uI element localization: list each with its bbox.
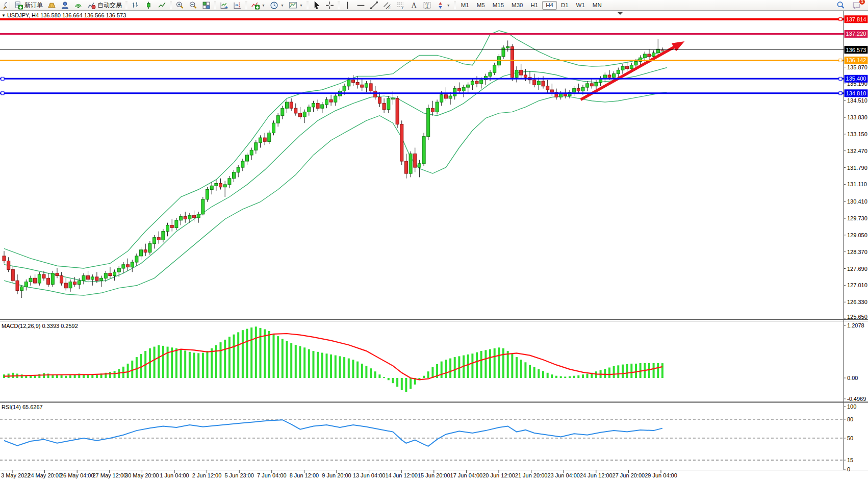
- macd-histogram-bar: [348, 359, 350, 378]
- macd-histogram-bar: [162, 346, 164, 378]
- price-badge-label: 135.400: [846, 75, 866, 82]
- new-order-button[interactable]: 新订单: [12, 1, 45, 10]
- svg-text:E: E: [388, 6, 390, 9]
- macd-histogram-bar: [330, 355, 332, 378]
- chevron-down-icon: ▼: [262, 4, 265, 7]
- candlestick-chart-button[interactable]: [142, 1, 155, 10]
- timeframe-h4-button[interactable]: H4: [542, 1, 557, 10]
- zoom-out-button[interactable]: [187, 1, 199, 10]
- candle-body: [626, 66, 629, 69]
- line-chart-button[interactable]: [156, 1, 168, 10]
- new-order-icon: [14, 1, 23, 10]
- horizontal-line-button[interactable]: [354, 1, 367, 10]
- price-tick-label: 131.790: [847, 165, 867, 171]
- price-tick-label: 133.830: [847, 114, 867, 120]
- level-line-handle[interactable]: [839, 92, 842, 95]
- price-tick-label: 130.410: [847, 198, 867, 205]
- candle-body: [233, 172, 236, 179]
- notifications-button[interactable]: 1: [850, 0, 863, 11]
- candle-body: [219, 184, 222, 187]
- fibonacci-button[interactable]: F: [394, 1, 407, 10]
- level-line-handle[interactable]: [1, 92, 4, 95]
- macd-histogram-bar: [555, 376, 557, 378]
- level-line-handle[interactable]: [839, 59, 842, 62]
- tile-windows-button[interactable]: [200, 1, 213, 10]
- macd-histogram-bar: [626, 364, 628, 378]
- vertical-line-button[interactable]: [341, 1, 354, 10]
- candle-body: [126, 265, 130, 267]
- autotrade-button[interactable]: 自动交易: [85, 1, 124, 10]
- macd-histogram-bar: [630, 364, 632, 378]
- macd-histogram-bar: [502, 348, 504, 378]
- candle-body: [577, 89, 580, 91]
- date-label: 7 Jun 04:00: [257, 472, 287, 478]
- candle-body: [3, 256, 6, 261]
- candle-body: [643, 54, 646, 58]
- signals-button[interactable]: [72, 1, 85, 10]
- zoom-in-button[interactable]: [173, 1, 186, 10]
- date-label: 2 Jun 12:00: [192, 472, 222, 478]
- candle-body: [91, 277, 94, 280]
- macd-histogram-bar: [136, 357, 138, 378]
- timeframe-m5-button[interactable]: M5: [473, 1, 489, 10]
- candle-body: [56, 273, 59, 276]
- level-line-handle[interactable]: [1, 77, 4, 80]
- candle-body: [47, 278, 50, 284]
- crosshair-button[interactable]: [323, 1, 336, 10]
- search-button[interactable]: [834, 1, 847, 10]
- timeframe-h1-button[interactable]: H1: [527, 1, 542, 10]
- candle-body: [524, 75, 527, 78]
- timeframe-mn-button[interactable]: MN: [589, 1, 605, 10]
- price-tick-label: 133.150: [847, 131, 867, 137]
- trendline-button[interactable]: [368, 1, 380, 10]
- candle-body: [374, 91, 377, 97]
- macd-histogram-bar: [335, 356, 337, 378]
- label-icon: T: [423, 1, 431, 10]
- trendline-icon: [370, 1, 378, 10]
- price-tick-label: 131.110: [847, 181, 867, 187]
- bar-chart-button[interactable]: [129, 1, 142, 10]
- chart-shift-button[interactable]: [231, 1, 244, 10]
- candle-body: [391, 98, 394, 99]
- timeframe-w1-button[interactable]: W1: [573, 1, 589, 10]
- candle-body: [308, 107, 311, 112]
- macd-histogram-bar: [154, 347, 156, 378]
- level-line-handle[interactable]: [839, 18, 842, 21]
- candle-body: [117, 268, 120, 272]
- macd-histogram-bar: [378, 374, 380, 378]
- macd-histogram-bar: [242, 330, 244, 378]
- date-label: 14 Jun 12:00: [385, 472, 418, 478]
- periods-button[interactable]: ▼: [268, 1, 286, 10]
- timeframe-m30-button[interactable]: M30: [508, 1, 526, 10]
- templates-button[interactable]: ▼: [287, 1, 305, 10]
- timeframe-m15-button[interactable]: M15: [489, 1, 507, 10]
- community-button[interactable]: [59, 1, 71, 10]
- macd-histogram-bar: [441, 362, 443, 378]
- macd-histogram-bar: [431, 367, 433, 378]
- timeframe-d1-button[interactable]: D1: [557, 1, 572, 10]
- toolbar-grip: [338, 2, 340, 9]
- market-button[interactable]: [45, 1, 58, 10]
- timeframe-m1-button[interactable]: M1: [457, 1, 473, 10]
- candle-body: [630, 65, 633, 69]
- macd-histogram-bar: [454, 357, 456, 378]
- macd-histogram-bar: [595, 371, 597, 378]
- clipped-edge-button[interactable]: [1, 0, 8, 11]
- ohlc-bars-icon: [131, 1, 140, 10]
- text-label-button[interactable]: T: [421, 1, 433, 10]
- cursor-button[interactable]: [310, 1, 323, 10]
- level-line-handle[interactable]: [839, 77, 842, 80]
- auto-scroll-button[interactable]: [218, 1, 231, 10]
- macd-histogram-bar: [653, 363, 655, 378]
- macd-histogram-bar: [282, 339, 284, 378]
- search-icon: [836, 1, 845, 10]
- macd-histogram-bar: [356, 362, 359, 378]
- text-button[interactable]: A: [407, 1, 420, 10]
- indicators-button[interactable]: ▼: [249, 1, 267, 10]
- equidistant-channel-button[interactable]: E: [381, 1, 394, 10]
- arrows-shapes-button[interactable]: ▼: [434, 1, 452, 10]
- macd-tick-label: 1.2078: [847, 322, 864, 328]
- candle-body: [162, 232, 165, 240]
- toolbar-grip: [125, 2, 127, 9]
- macd-histogram-bar: [69, 375, 71, 378]
